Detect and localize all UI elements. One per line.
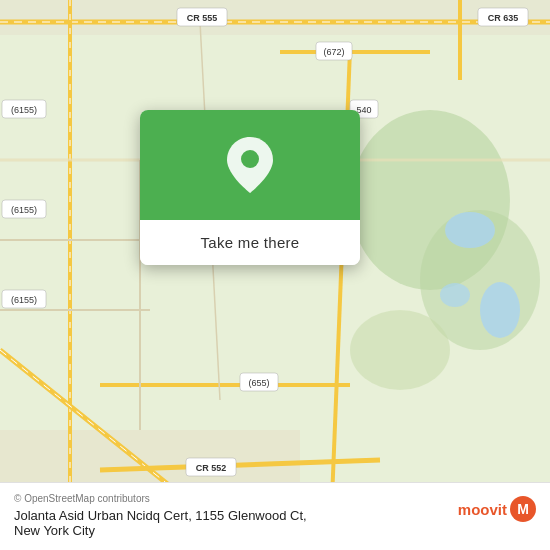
city-line: New York City [14,523,536,538]
attribution-text: © OpenStreetMap contributors [14,493,150,504]
popup-header [140,110,360,220]
svg-text:CR 552: CR 552 [196,463,227,473]
svg-text:(672): (672) [323,47,344,57]
svg-text:(6155): (6155) [11,105,37,115]
map-container: CR 555 CR 635 (672) 540 (6155) (6155) (6… [0,0,550,550]
svg-rect-8 [0,0,550,35]
popup-card: Take me there [140,110,360,265]
svg-point-43 [241,150,259,168]
svg-text:CR 555: CR 555 [187,13,218,23]
svg-text:(655): (655) [248,378,269,388]
location-pin-icon [227,138,273,192]
svg-text:(6155): (6155) [11,295,37,305]
svg-point-3 [350,310,450,390]
svg-point-6 [440,283,470,307]
moovit-brand-text: moovit [458,501,507,518]
svg-point-4 [445,212,495,248]
moovit-icon [510,496,536,522]
take-me-there-button[interactable]: Take me there [140,220,360,265]
svg-point-5 [480,282,520,338]
svg-text:CR 635: CR 635 [488,13,519,23]
svg-text:(6155): (6155) [11,205,37,215]
moovit-logo: moovit [458,496,536,522]
map-roads: CR 555 CR 635 (672) 540 (6155) (6155) (6… [0,0,550,550]
